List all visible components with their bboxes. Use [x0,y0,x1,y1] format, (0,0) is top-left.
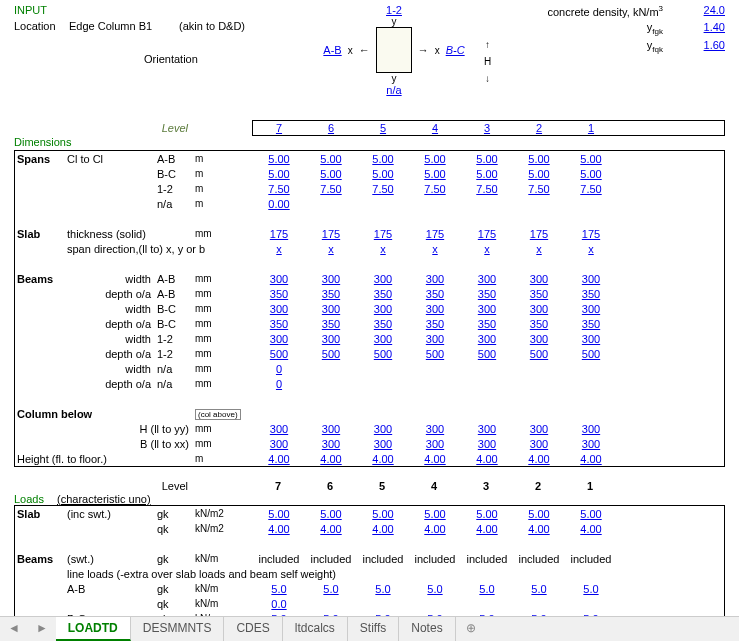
cell-value[interactable]: 350 [565,318,617,330]
cell-value[interactable]: x [409,243,461,255]
cell-value[interactable]: 300 [409,303,461,315]
cell-value[interactable]: 4.00 [461,453,513,465]
cell-value[interactable]: 5.00 [513,168,565,180]
cell-value[interactable]: 5.0 [461,583,513,595]
cell-value[interactable]: 7.50 [565,183,617,195]
level-cell[interactable]: 4 [409,121,461,135]
cell-value[interactable]: 5.0 [253,583,305,595]
cell-value[interactable]: 350 [253,318,305,330]
cell-value[interactable]: x [357,243,409,255]
cell-value[interactable]: 300 [513,423,565,435]
cell-value[interactable]: 300 [461,438,513,450]
cell-value[interactable]: 0 [253,378,305,390]
cell-value[interactable]: 0 [253,363,305,375]
cell-value[interactable]: 5.00 [565,153,617,165]
cell-value[interactable]: 300 [409,423,461,435]
cell-value[interactable]: 300 [305,423,357,435]
cell-value[interactable]: x [513,243,565,255]
cell-value[interactable]: 5.00 [513,153,565,165]
cell-value[interactable]: 5.00 [253,168,305,180]
sheet-tab[interactable]: CDES [224,617,282,641]
cell-value[interactable]: 300 [357,333,409,345]
density-value[interactable]: 24.0 [673,4,725,18]
add-sheet[interactable]: ⊕ [456,617,486,641]
cell-value[interactable]: 300 [565,438,617,450]
cell-value[interactable]: 300 [357,423,409,435]
cell-value[interactable]: 300 [513,303,565,315]
cell-value[interactable]: 0.0 [253,598,305,610]
cell-value[interactable]: 5.00 [253,508,305,520]
cell-value[interactable]: 5.00 [357,153,409,165]
cell-value[interactable]: 7.50 [513,183,565,195]
cell-value[interactable]: 5.0 [565,583,617,595]
sheet-tab[interactable]: DESMMNTS [131,617,225,641]
cell-value[interactable]: 300 [565,273,617,285]
cell-value[interactable]: 175 [409,228,461,240]
cell-value[interactable]: 7.50 [253,183,305,195]
cell-value[interactable]: 4.00 [565,523,617,535]
cell-value[interactable]: 4.00 [565,453,617,465]
cell-value[interactable]: 5.00 [305,153,357,165]
cell-value[interactable]: 300 [565,333,617,345]
cell-value[interactable]: 300 [461,423,513,435]
diagram-bottom-link[interactable]: n/a [386,84,401,96]
cell-value[interactable]: 7.50 [305,183,357,195]
cell-value[interactable]: 300 [253,273,305,285]
level-cell[interactable]: 1 [565,121,617,135]
cell-value[interactable]: 0.00 [253,198,305,210]
cell-value[interactable]: 175 [461,228,513,240]
cell-value[interactable]: 500 [409,348,461,360]
cell-value[interactable]: 300 [357,303,409,315]
cell-value[interactable]: 4.00 [305,453,357,465]
cell-value[interactable]: 350 [357,288,409,300]
cell-value[interactable]: 5.0 [409,583,461,595]
cell-value[interactable]: 5.00 [513,508,565,520]
yfqk-value[interactable]: 1.60 [673,39,725,54]
cell-value[interactable]: 500 [461,348,513,360]
cell-value[interactable]: 350 [513,318,565,330]
cell-value[interactable]: 300 [409,273,461,285]
cell-value[interactable]: 300 [305,438,357,450]
cell-value[interactable]: 350 [305,318,357,330]
cell-value[interactable]: 350 [409,318,461,330]
yfgk-value[interactable]: 1.40 [673,21,725,36]
cell-value[interactable]: 5.00 [357,508,409,520]
diagram-right-link[interactable]: B-C [446,44,465,56]
cell-value[interactable]: 300 [253,333,305,345]
tab-prev[interactable]: ◄ [0,617,28,641]
cell-value[interactable]: 300 [357,273,409,285]
cell-value[interactable]: 7.50 [461,183,513,195]
cell-value[interactable]: 300 [565,423,617,435]
cell-value[interactable]: 4.00 [305,523,357,535]
level-cell[interactable]: 6 [305,121,357,135]
sheet-tab[interactable]: Notes [399,617,455,641]
cell-value[interactable]: 4.00 [513,453,565,465]
cell-value[interactable]: 5.00 [357,168,409,180]
cell-value[interactable]: 175 [357,228,409,240]
cell-value[interactable]: x [305,243,357,255]
cell-value[interactable]: 350 [357,318,409,330]
level-cell[interactable]: 7 [253,121,305,135]
cell-value[interactable]: 350 [305,288,357,300]
cell-value[interactable]: 500 [513,348,565,360]
cell-value[interactable]: 350 [461,318,513,330]
cell-value[interactable]: 4.00 [513,523,565,535]
sheet-tab[interactable]: LOADTD [56,617,131,641]
cell-value[interactable]: 300 [253,423,305,435]
cell-value[interactable]: 175 [565,228,617,240]
cell-value[interactable]: 5.00 [253,153,305,165]
cell-value[interactable]: 300 [253,303,305,315]
cell-value[interactable]: 5.00 [461,508,513,520]
cell-value[interactable]: 5.00 [409,168,461,180]
level-cell[interactable]: 5 [357,121,409,135]
level-cell[interactable]: 2 [513,121,565,135]
cell-value[interactable]: x [461,243,513,255]
cell-value[interactable]: 4.00 [357,523,409,535]
cell-value[interactable]: 5.00 [565,508,617,520]
cell-value[interactable]: 300 [461,333,513,345]
cell-value[interactable]: 5.0 [357,583,409,595]
cell-value[interactable]: 175 [253,228,305,240]
cell-value[interactable]: 5.00 [461,168,513,180]
cell-value[interactable]: 300 [357,438,409,450]
cell-value[interactable]: 175 [305,228,357,240]
